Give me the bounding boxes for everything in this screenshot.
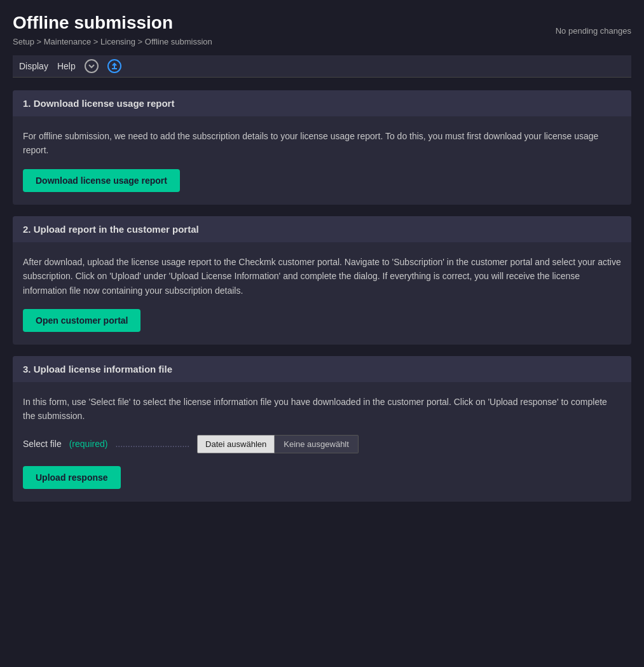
toolbar: Display Help [13, 55, 631, 78]
select-file-label: Select file [23, 439, 62, 449]
section1-description: For offline submission, we need to add t… [23, 129, 621, 158]
section2-description: After download, upload the license usage… [23, 255, 621, 298]
section-upload-file: 3. Upload license information file In th… [13, 356, 631, 502]
display-menu[interactable]: Display [19, 61, 48, 71]
open-portal-button[interactable]: Open customer portal [23, 309, 140, 332]
file-no-selected-label: Keine ausgewählt [275, 435, 359, 453]
required-label: (required) [69, 439, 108, 449]
select-file-row: Select file (required) .................… [23, 435, 621, 453]
upload-icon[interactable] [107, 59, 121, 73]
file-input-wrapper: Datei auswählen Keine ausgewählt [197, 435, 359, 453]
pending-status: No pending changes [556, 26, 631, 36]
section-download: 1. Download license usage report For off… [13, 90, 631, 205]
file-choose-button[interactable]: Datei auswählen [197, 435, 275, 453]
section3-description: In this form, use 'Select file' to selec… [23, 395, 621, 423]
dots-decoration: .............................. [115, 439, 189, 449]
chevron-down-icon[interactable] [85, 59, 99, 73]
section-upload-portal: 2. Upload report in the customer portal … [13, 216, 631, 345]
section1-heading: 1. Download license usage report [13, 90, 631, 116]
page-title: Offline submission [13, 13, 212, 33]
section2-heading: 2. Upload report in the customer portal [13, 216, 631, 242]
section3-heading: 3. Upload license information file [13, 356, 631, 382]
download-report-button[interactable]: Download license usage report [23, 169, 180, 192]
breadcrumb: Setup > Maintenance > Licensing > Offlin… [13, 37, 212, 46]
help-menu[interactable]: Help [57, 61, 76, 71]
upload-response-button[interactable]: Upload response [23, 466, 121, 489]
